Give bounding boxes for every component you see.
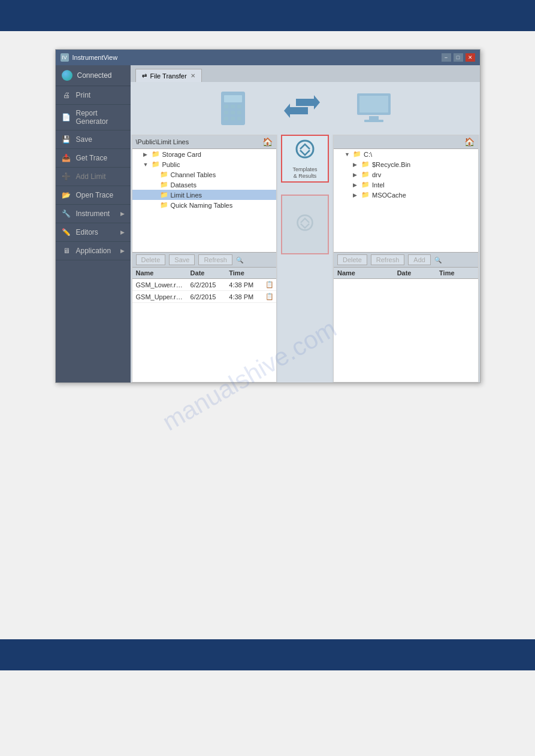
left-refresh-button[interactable]: Refresh [198,254,232,265]
sidebar-item-report[interactable]: 📄 Report Generator [56,105,131,130]
close-button[interactable]: ✕ [466,53,475,62]
tree-item-msocache[interactable]: ▶ 📁 MSOCache [334,190,478,200]
app-body: Connected 🖨 Print 📄 Report Generator 💾 S… [56,65,480,382]
drv-folder-icon: 📁 [361,171,370,178]
templates-arrows-icon [294,138,316,164]
app-icon: IV [61,53,69,62]
top-bar [0,0,535,31]
left-file-list-header: Name Date Time [132,268,277,279]
svg-rect-5 [224,111,228,114]
right-col-name: Name [334,268,394,278]
file-transfer-tab[interactable]: ⇄ File Transfer ✕ [135,69,202,82]
window-controls: − □ ✕ [442,53,475,62]
templates-label: Templates& Results [292,166,317,180]
tree-item-limit-lines[interactable]: 📁 Limit Lines [132,190,277,200]
connected-label: Connected [77,71,112,80]
right-file-tree: ▼ 📁 C:\ ▶ 📁 $Recycle.Bin ▶ [334,149,478,252]
svg-rect-7 [237,111,241,114]
add-limit-icon: ➕ [62,172,71,181]
templates-results-button[interactable]: Templates& Results [281,135,329,183]
open-trace-icon: 📂 [62,190,71,200]
left-col-date: Date [187,268,226,278]
sidebar-item-instrument[interactable]: 🔧 Instrument ▶ [56,205,131,223]
svg-rect-16 [364,120,383,122]
left-delete-button[interactable]: Delete [136,254,166,265]
right-home-button[interactable]: 🏠 [464,137,474,147]
msocache-folder-icon: 📁 [361,191,370,199]
intel-folder-icon: 📁 [361,181,370,189]
channel-tables-folder-icon: 📁 [160,171,168,178]
ghost-arrows-icon [295,213,315,236]
tree-item-channel-tables[interactable]: 📁 Channel Tables [132,169,277,180]
svg-rect-2 [224,105,228,108]
right-col-date: Date [394,268,436,278]
right-file-pane: 🏠 ▼ 📁 C:\ ▶ 📁 $Recycle.Bin [333,135,479,382]
tree-item-c-drive[interactable]: ▼ 📁 C:\ [334,149,478,159]
main-content: ⇄ File Transfer ✕ [131,65,480,382]
tab-bar: ⇄ File Transfer ✕ [131,65,480,82]
tab-close-button[interactable]: ✕ [191,72,195,79]
tree-item-drv[interactable]: ▶ 📁 drv [334,169,478,180]
instrument-icon: 🔧 [62,209,71,218]
svg-rect-9 [231,117,235,120]
left-pane-header: \Public\Limit Lines 🏠 [132,135,277,149]
public-folder-icon: 📁 [152,160,160,168]
right-delete-button[interactable]: Delete [337,254,367,265]
title-bar-left: IV InstrumentView [61,53,118,62]
svg-rect-4 [237,105,241,108]
minimize-button[interactable]: − [442,53,451,62]
svg-rect-15 [369,116,379,120]
instrument-arrow-icon: ▶ [120,211,125,217]
app-title: InstrumentView [72,54,118,61]
file-row-gsm-lower[interactable]: GSM_Lower.rellim 6/2/2015 4:38 PM 📋 [132,279,277,291]
sidebar-item-print[interactable]: 🖨 Print [56,86,131,105]
tree-item-quick-naming[interactable]: 📁 Quick Naming Tables [132,200,277,210]
connection-indicator [62,70,72,81]
sidebar-label-save: Save [76,135,92,144]
bottom-bar [0,639,535,670]
get-trace-icon: 📥 [62,153,71,163]
tab-transfer-icon: ⇄ [142,72,147,79]
ghost-transfer-panel [281,195,329,254]
print-icon: 🖨 [62,90,71,100]
sidebar-label-print: Print [76,91,91,99]
c-drive-folder-icon: 📁 [353,150,361,158]
svg-rect-10 [237,117,241,120]
right-refresh-button[interactable]: Refresh [371,254,405,265]
editors-icon: ✏️ [62,227,71,237]
right-pane-toolbar: Delete Refresh Add 🔍 [334,252,478,268]
file-row-gsm-upper[interactable]: GSM_Upper.rellim 6/2/2015 4:38 PM 📋 [132,291,277,303]
right-search-icon[interactable]: 🔍 [434,257,442,263]
sidebar-label-get-trace: Get Trace [76,154,108,162]
transfer-area [131,82,480,135]
tree-item-storage[interactable]: ▶ 📁 Storage Card [132,149,277,159]
sidebar-item-open-trace[interactable]: 📂 Open Trace [56,186,131,205]
sidebar-label-add-limit: Add Limit [76,172,106,181]
left-pane-toolbar: Delete Save Refresh 🔍 [132,252,277,268]
sidebar-label-report: Report Generator [76,109,125,126]
application-icon: 🖥 [62,246,71,256]
app-window: IV InstrumentView − □ ✕ Connected 🖨 Prin… [55,49,480,383]
sidebar-item-save[interactable]: 💾 Save [56,130,131,149]
right-add-button[interactable]: Add [408,254,431,265]
maximize-button[interactable]: □ [454,53,463,62]
file-action-icon-1: 📋 [265,281,274,288]
application-arrow-icon: ▶ [120,248,125,254]
left-search-icon[interactable]: 🔍 [236,257,243,263]
left-home-button[interactable]: 🏠 [262,137,273,147]
sidebar-item-application[interactable]: 🖥 Application ▶ [56,242,131,260]
editors-arrow-icon: ▶ [120,229,125,235]
save-icon: 💾 [62,135,71,144]
transfer-arrows-icon [284,94,320,123]
title-bar: IV InstrumentView − □ ✕ [56,50,480,65]
tree-item-public[interactable]: ▼ 📁 Public [132,159,277,169]
left-save-button[interactable]: Save [169,254,195,265]
svg-rect-6 [231,111,235,114]
tree-item-datasets[interactable]: 📁 Datasets [132,180,277,190]
sidebar-item-editors[interactable]: ✏️ Editors ▶ [56,223,131,242]
storage-expand-icon: ▶ [143,151,149,157]
tree-item-recycle-bin[interactable]: ▶ 📁 $Recycle.Bin [334,159,478,169]
tree-item-intel[interactable]: ▶ 📁 Intel [334,180,478,190]
left-file-pane: \Public\Limit Lines 🏠 ▶ 📁 Storage Card ▼ [132,135,277,382]
sidebar-item-get-trace[interactable]: 📥 Get Trace [56,149,131,168]
